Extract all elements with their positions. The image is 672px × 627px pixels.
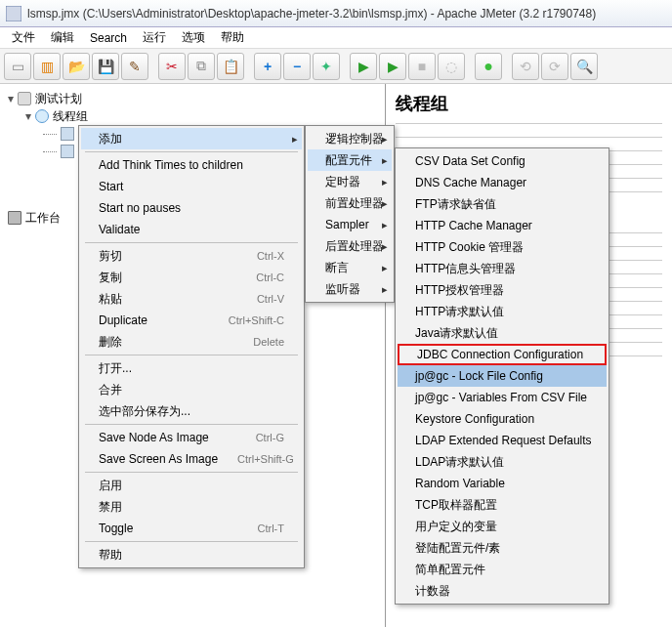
toggle-icon: ✦ xyxy=(320,59,332,74)
menu-item[interactable]: 启用 xyxy=(81,475,302,496)
toolbar-start-button[interactable]: ▶ xyxy=(350,53,377,80)
tree-workbench-label: 工作台 xyxy=(25,210,61,227)
menu-item[interactable]: 选中部分保存为... xyxy=(81,400,302,422)
menu-item[interactable]: Add Think Times to children xyxy=(81,154,302,176)
toolbar-shutdown-button[interactable]: ◌ xyxy=(438,53,465,80)
menu-item[interactable]: LDAP请求默认值 xyxy=(398,451,607,473)
remote-start-icon: ● xyxy=(483,58,493,75)
menu-search[interactable]: Search xyxy=(82,29,135,47)
menu-item[interactable]: 复制Ctrl-C xyxy=(81,267,302,288)
menu-item[interactable]: Save Node As ImageCtrl-G xyxy=(81,427,302,448)
menu-item[interactable]: HTTP授权管理器 xyxy=(398,279,607,301)
save-icon: 💾 xyxy=(98,59,114,74)
menu-item[interactable]: Random Variable xyxy=(398,473,607,494)
toolbar-start-no-pause-button[interactable]: ▶ xyxy=(379,53,406,80)
toolbar-paste-button[interactable]: 📋 xyxy=(217,53,244,80)
menu-item[interactable]: CSV Data Set Config xyxy=(398,150,607,172)
menu-item-label: 断言 xyxy=(325,260,374,276)
menu-item[interactable]: 删除Delete xyxy=(81,331,302,353)
menu-item[interactable]: Start no pauses xyxy=(81,197,302,219)
menu-item[interactable]: Save Screen As ImageCtrl+Shift-G xyxy=(81,448,302,470)
node-icon xyxy=(61,145,74,158)
toolbar-expand-button[interactable]: + xyxy=(254,53,281,80)
menu-item[interactable]: 禁用 xyxy=(81,496,302,518)
menu-item[interactable]: HTTP Cookie 管理器 xyxy=(398,236,607,258)
menu-item[interactable]: 打开... xyxy=(81,357,302,379)
toolbar-cut-button[interactable]: ✂ xyxy=(158,53,186,80)
menu-item-label: HTTP Cookie 管理器 xyxy=(415,239,589,256)
collapse-icon[interactable]: ▾ xyxy=(8,92,14,105)
toolbar-collapse-button[interactable]: − xyxy=(283,53,311,80)
menu-item[interactable]: 剪切Ctrl-X xyxy=(81,245,302,267)
menu-文件[interactable]: 文件 xyxy=(4,27,43,48)
menu-选项[interactable]: 选项 xyxy=(174,27,213,48)
menu-item[interactable]: Keystore Configuration xyxy=(398,408,607,430)
menu-item[interactable]: jp@gc - Lock File Config xyxy=(398,365,607,387)
menu-编辑[interactable]: 编辑 xyxy=(43,27,82,48)
menu-item[interactable]: 帮助 xyxy=(81,544,302,565)
menu-item[interactable]: 前置处理器 xyxy=(308,192,392,214)
menu-item[interactable]: Start xyxy=(81,176,302,197)
new-icon: ▭ xyxy=(12,59,24,74)
menu-item-shortcut: Ctrl-G xyxy=(256,432,284,443)
toolbar-templates-button[interactable]: ▥ xyxy=(33,53,61,80)
menu-item[interactable]: 登陆配置元件/素 xyxy=(398,537,607,559)
menu-item[interactable]: Validate xyxy=(81,219,302,240)
toolbar-save-button[interactable]: 💾 xyxy=(92,53,119,80)
toolbar-copy-button[interactable]: ⧉ xyxy=(188,53,215,80)
menu-帮助[interactable]: 帮助 xyxy=(213,27,252,48)
toolbar-clear-all-button[interactable]: ⟳ xyxy=(541,53,568,80)
menu-item[interactable]: FTP请求缺省值 xyxy=(398,193,607,215)
menu-item-label: 用户定义的变量 xyxy=(415,519,589,535)
toolbar-toggle-button[interactable]: ✦ xyxy=(313,53,340,80)
toolbar-new-button[interactable]: ▭ xyxy=(4,53,31,80)
menu-item[interactable]: 配置元件 xyxy=(308,149,392,171)
toolbar-stop-button[interactable]: ■ xyxy=(408,53,436,80)
tree-root[interactable]: ▾ 测试计划 xyxy=(8,90,381,107)
collapse-icon[interactable]: ▾ xyxy=(25,109,31,123)
menu-item[interactable]: 计数器 xyxy=(398,580,607,602)
toolbar-edit-button[interactable]: ✎ xyxy=(121,53,148,80)
menu-item[interactable]: 断言 xyxy=(308,257,392,278)
menu-item-label: 选中部分保存为... xyxy=(99,403,284,420)
menu-item[interactable]: ToggleCtrl-T xyxy=(81,518,302,539)
menu-item[interactable]: LDAP Extended Request Defaults xyxy=(398,430,607,451)
menu-item[interactable]: DuplicateCtrl+Shift-C xyxy=(81,310,302,331)
menu-item[interactable]: 逻辑控制器 xyxy=(308,128,392,149)
toolbar-remote-start-button[interactable]: ● xyxy=(475,53,502,80)
tree-child[interactable]: ▾ 线程组 xyxy=(25,107,381,125)
collapse-icon: − xyxy=(293,59,301,74)
menu-item[interactable]: 后置处理器 xyxy=(308,235,392,257)
toolbar-search-button[interactable]: 🔍 xyxy=(570,53,598,80)
menu-item[interactable]: Java请求默认值 xyxy=(398,322,607,344)
menu-item[interactable]: 简单配置元件 xyxy=(398,559,607,580)
stop-icon: ■ xyxy=(418,59,426,74)
menu-item[interactable]: HTTP Cache Manager xyxy=(398,215,607,236)
templates-icon: ▥ xyxy=(41,59,54,74)
menu-item[interactable]: DNS Cache Manager xyxy=(398,172,607,193)
menu-item-label: HTTP Cache Manager xyxy=(415,219,589,232)
toolbar-clear-button[interactable]: ⟲ xyxy=(512,53,539,80)
menu-item[interactable]: HTTP请求默认值 xyxy=(398,301,607,322)
menu-item-label: jp@gc - Variables From CSV File xyxy=(415,391,589,404)
menu-运行[interactable]: 运行 xyxy=(135,27,174,48)
menu-item[interactable]: TCP取样器配置 xyxy=(398,494,607,516)
menu-item[interactable]: 监听器 xyxy=(308,278,392,300)
menu-item-label: LDAP Extended Request Defaults xyxy=(415,434,592,447)
menu-item[interactable]: jp@gc - Variables From CSV File xyxy=(398,387,607,408)
menu-item[interactable]: 合并 xyxy=(81,379,302,400)
menu-item-label: 复制 xyxy=(99,270,236,286)
menu-item-label: 粘贴 xyxy=(99,291,237,308)
menu-item[interactable]: 粘贴Ctrl-V xyxy=(81,288,302,310)
menu-item[interactable]: 添加 xyxy=(81,128,302,149)
shutdown-icon: ◌ xyxy=(445,59,457,74)
window-title: lsmsp.jmx (C:\Users\Administrator\Deskto… xyxy=(27,7,596,21)
menu-item[interactable]: HTTP信息头管理器 xyxy=(398,258,607,279)
menu-item[interactable]: JDBC Connection Configuration xyxy=(398,344,607,365)
node-icon xyxy=(61,127,74,141)
menu-item[interactable]: 用户定义的变量 xyxy=(398,516,607,537)
app-icon xyxy=(6,6,21,21)
menu-item[interactable]: Sampler xyxy=(308,214,392,235)
menu-item[interactable]: 定时器 xyxy=(308,171,392,192)
toolbar-open-button[interactable]: 📂 xyxy=(63,53,90,80)
